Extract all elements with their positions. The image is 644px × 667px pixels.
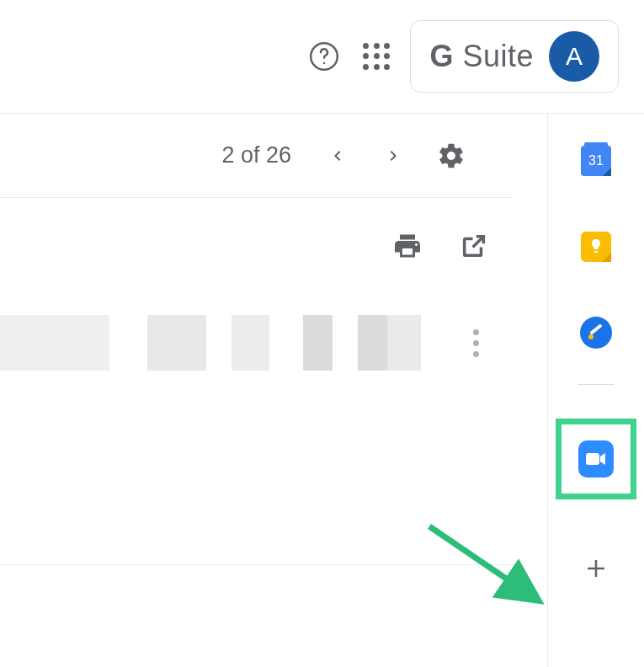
next-button[interactable]	[374, 136, 414, 176]
keep-app-icon[interactable]	[578, 229, 614, 264]
svg-point-4	[588, 334, 593, 339]
more-options-icon[interactable]	[463, 322, 488, 364]
calendar-app-icon[interactable]: 31	[578, 143, 614, 179]
apps-grid-icon[interactable]	[358, 38, 395, 75]
open-new-window-icon[interactable]	[455, 227, 492, 264]
message-toolbar: 2 of 26	[0, 114, 514, 198]
rail-divider	[578, 384, 614, 385]
gsuite-account-pill[interactable]: G Suite A	[410, 20, 619, 93]
add-addon-button[interactable]	[577, 550, 615, 587]
annotation-arrow	[425, 522, 560, 615]
tasks-app-icon[interactable]	[578, 315, 614, 350]
header-bar: G Suite A	[0, 0, 644, 114]
body-area: 2 of 26	[0, 114, 644, 667]
redacted-content-row	[0, 315, 547, 371]
main-content: 2 of 26	[0, 114, 547, 667]
content-divider	[0, 564, 514, 565]
gsuite-label: G Suite	[429, 39, 534, 74]
help-icon[interactable]	[306, 38, 343, 75]
svg-line-3	[429, 526, 535, 598]
zoom-highlight-box	[556, 419, 636, 499]
side-panel: 31	[547, 114, 644, 667]
prev-button[interactable]	[317, 136, 357, 176]
svg-point-1	[323, 62, 326, 65]
pager-counter: 2 of 26	[221, 142, 291, 168]
avatar[interactable]: A	[549, 31, 599, 82]
zoom-app-icon[interactable]	[578, 441, 614, 477]
svg-rect-5	[586, 453, 599, 465]
message-actions	[0, 198, 547, 264]
settings-gear-icon[interactable]	[431, 136, 471, 176]
print-icon[interactable]	[389, 227, 426, 264]
